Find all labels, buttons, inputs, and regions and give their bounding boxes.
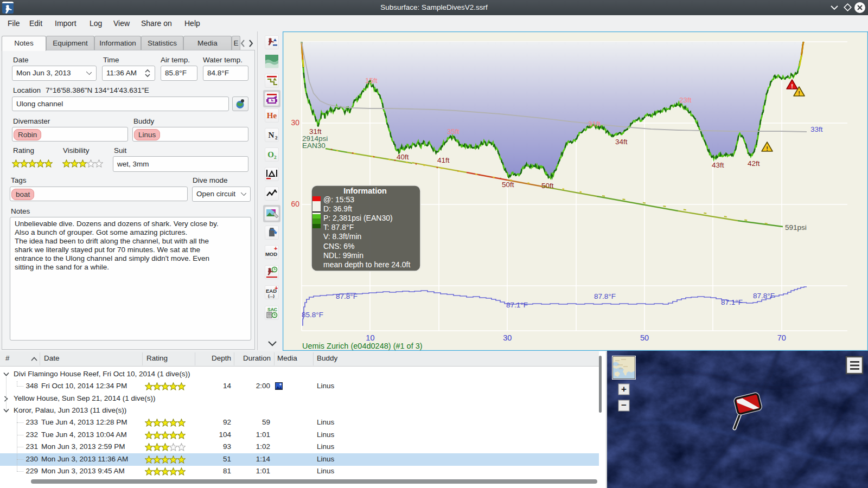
svg-text:CNS: 6%: CNS: 6%	[323, 242, 355, 251]
svg-text:591psi: 591psi	[785, 223, 807, 232]
svg-text:43ft: 43ft	[712, 161, 724, 169]
svg-text:33ft: 33ft	[810, 125, 823, 133]
svg-text:87.8°F: 87.8°F	[594, 292, 616, 300]
svg-text:30: 30	[291, 118, 299, 127]
svg-text:P: 2,381psi (EAN30): P: 2,381psi (EAN30)	[323, 214, 393, 222]
svg-text:SAC: SAC	[267, 307, 277, 312]
svg-text:−: −	[621, 400, 627, 410]
svg-text:He: He	[267, 111, 277, 120]
svg-text:85.8°F: 85.8°F	[302, 311, 323, 319]
svg-text:34ft: 34ft	[615, 138, 628, 146]
svg-text:+: +	[621, 384, 627, 394]
svg-text:D: 36.9ft: D: 36.9ft	[323, 204, 352, 213]
svg-text:N: N	[269, 131, 275, 139]
svg-text:@: 15:53: @: 15:53	[323, 195, 354, 204]
svg-text:87.8°F: 87.8°F	[753, 292, 775, 300]
svg-text:T: 87.8°F: T: 87.8°F	[323, 223, 354, 232]
svg-text:V: 8.3ft/min: V: 8.3ft/min	[323, 232, 361, 241]
svg-text:!: !	[766, 145, 768, 152]
svg-text:50: 50	[640, 333, 649, 342]
svg-text:87.1°F: 87.1°F	[506, 301, 528, 309]
svg-text:87.1°F: 87.1°F	[721, 298, 743, 306]
svg-text:30: 30	[503, 333, 512, 342]
svg-text:42ft: 42ft	[748, 159, 760, 168]
svg-text:15ft: 15ft	[365, 76, 378, 85]
svg-text:23ft: 23ft	[679, 96, 692, 104]
svg-text:Uemis Zurich (e04d0248) (#1 of: Uemis Zurich (e04d0248) (#1 of 3)	[302, 342, 423, 350]
svg-text:60: 60	[291, 200, 299, 208]
svg-text:35ft: 35ft	[447, 127, 459, 136]
svg-text:!: !	[791, 83, 793, 89]
svg-text:70: 70	[777, 333, 786, 342]
svg-text:+: +	[274, 246, 277, 252]
svg-text:O: O	[267, 150, 274, 159]
svg-text:EAN30: EAN30	[302, 142, 326, 150]
svg-text:mean depth to here 24.0ft: mean depth to here 24.0ft	[323, 260, 410, 269]
svg-text:2: 2	[274, 155, 277, 160]
svg-text:!: !	[798, 90, 800, 97]
svg-text:NDL: 99min: NDL: 99min	[323, 251, 363, 260]
svg-text:+: +	[275, 286, 278, 291]
svg-text:2: 2	[275, 135, 278, 140]
svg-text:10: 10	[366, 333, 374, 342]
svg-text:50ft: 50ft	[541, 182, 554, 190]
svg-text:(...): (...)	[268, 293, 275, 298]
svg-text:41ft: 41ft	[437, 156, 450, 164]
svg-text:40ft: 40ft	[397, 153, 409, 161]
svg-text:Information: Information	[343, 187, 387, 195]
svg-text:MOD: MOD	[265, 251, 277, 257]
svg-text:87.8°F: 87.8°F	[336, 292, 358, 300]
svg-text:31ft: 31ft	[588, 120, 601, 128]
svg-text:50ft: 50ft	[502, 181, 514, 189]
